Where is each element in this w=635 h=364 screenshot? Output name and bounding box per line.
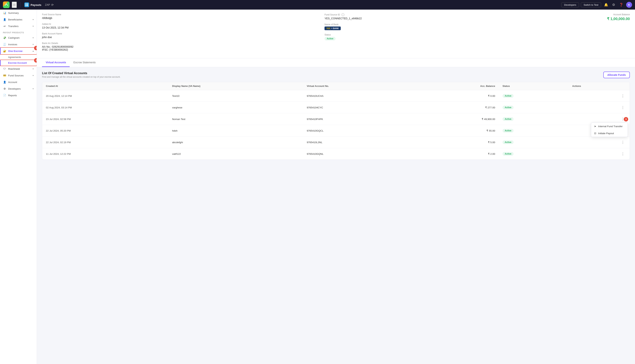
sidebar-item-cashgram[interactable]: 💸 Cashgram ▾ xyxy=(0,34,37,41)
cell-balance: ₹ 0.00 xyxy=(414,90,499,102)
switch-to-test-button[interactable]: Switch to Test xyxy=(581,2,601,7)
cell-actions: ⋮ xyxy=(568,102,630,113)
section-subtitle: Find and manage all the virtual accounts… xyxy=(42,76,120,78)
sidebar-item-developers[interactable]: ⚙ Developers ▾ xyxy=(0,86,37,92)
cell-status: Active xyxy=(499,90,568,102)
main-layout: 📊 Summary 👤 Beneficiaries ▾ ⇌ Transfers … xyxy=(0,10,635,364)
chevron-down-icon: ▾ xyxy=(33,68,34,70)
sidebar-item-invoices[interactable]: 🧾 Invoices ▾ xyxy=(0,41,37,48)
top-bar-actions: Developers Switch to Test 🔔 ⚙ ❓ K xyxy=(561,2,632,8)
cell-created-at: 22 Jul 2024, 05:20 PM xyxy=(42,125,168,136)
chevron-down-icon: ▾ xyxy=(33,25,34,28)
virtual-accounts-table: Created At Display Name (VA Name) Virtua… xyxy=(42,82,630,160)
cell-va-number: 97654104CYC xyxy=(303,102,414,113)
middle-details: Fund Source ID i YES_CONNECTED_1_e84bb22… xyxy=(324,13,602,54)
added-at-field: Added At 13 Oct 2023, 12:34 PM xyxy=(42,23,319,29)
col-balance: Acc. Balance xyxy=(414,82,499,90)
cell-display-name: Test10 xyxy=(168,90,303,102)
table: Created At Display Name (VA Name) Virtua… xyxy=(42,82,630,160)
svg-rect-2 xyxy=(26,5,27,6)
account-balance: ₹ 1,00,000.00 xyxy=(607,16,630,21)
dropdown-item-initiate-payout[interactable]: ⊟ Initiate Payout xyxy=(591,130,628,137)
right-details: Account Balance ₹ 1,00,000.00 xyxy=(607,13,630,54)
row-action-button[interactable]: ⋮ xyxy=(620,93,626,99)
col-va-number: Virtual Account No. xyxy=(303,82,414,90)
invoices-icon: 🧾 xyxy=(3,43,6,46)
tab-virtual-accounts[interactable]: Virtual Accounts xyxy=(42,58,70,67)
beneficiaries-icon: 👤 xyxy=(3,18,6,21)
cell-va-number: 9765410GQCL xyxy=(303,125,414,136)
grid-icon[interactable]: ⊞ xyxy=(12,2,17,8)
help-icon[interactable]: ❓ xyxy=(618,2,624,8)
allocate-funds-button[interactable]: Allocate Funds xyxy=(603,72,630,78)
sidebar-item-transfers[interactable]: ⇌ Transfers ▾ xyxy=(0,23,37,30)
sidebar-sub-item-escrow-wrapper: Escrow Account 2 xyxy=(0,60,37,66)
cell-actions: ⋮ xyxy=(568,90,630,102)
reports-icon: 📄 xyxy=(3,94,6,97)
sidebar-item-oneescrow[interactable]: 🔐 One Escrow ▴ xyxy=(0,48,37,54)
tabs-bar: Virtual Accounts Escrow Statements xyxy=(37,58,635,67)
sidebar-item-account[interactable]: 👤 Account xyxy=(0,79,37,86)
transfers-icon: ⇌ xyxy=(3,25,6,28)
dropdown-item-internal-transfer[interactable]: ➤ Internal Fund Transfer xyxy=(591,123,628,130)
cell-status: Active xyxy=(499,125,568,136)
gear-icon[interactable]: ⚙ xyxy=(611,2,616,8)
developers-button[interactable]: Developers xyxy=(561,2,579,7)
cell-display-name: Noman Test xyxy=(168,113,303,125)
app-layout: ⊞ Payouts ZAP ⟳ Developers Switch to Tes… xyxy=(0,0,635,364)
table-row: 22 Jul 2024, 02:19 PM abcdefghi 9765410L… xyxy=(42,136,630,148)
row-action-button[interactable]: ⋮ xyxy=(620,140,626,145)
cell-status: Active xyxy=(499,136,568,148)
cell-actions: ⋮ xyxy=(568,148,630,160)
cell-created-at: 22 Jul 2024, 02:19 PM xyxy=(42,136,168,148)
info-icon[interactable]: i xyxy=(341,13,344,16)
cell-created-at: 20 Aug 2024, 12:14 PM xyxy=(42,90,168,102)
actions-dropdown-menu: ➤ Internal Fund Transfer ⊟ Initiate Payo… xyxy=(591,122,628,137)
payout-icon: ⊟ xyxy=(594,132,596,135)
cell-created-at: 11 Jul 2024, 12:22 PM xyxy=(42,148,168,160)
row-action-button[interactable]: ⋮ xyxy=(620,105,626,110)
payout-products-label: PAYOUT PRODUCTS xyxy=(0,30,37,34)
bank-account-name-field: Bank Account Name john doe xyxy=(42,32,319,39)
section-header: List Of Created Virtual Accounts Find an… xyxy=(42,72,630,78)
cell-display-name: hdsh xyxy=(168,125,303,136)
sidebar-item-fund-sources[interactable]: 💳 Fund Sources ▾ xyxy=(0,72,37,79)
chevron-down-icon: ▾ xyxy=(33,36,34,39)
name-of-bank-field: Name of Bank YES ✦ BANK xyxy=(324,23,602,30)
col-created-at: Created At xyxy=(42,82,168,90)
svg-rect-1 xyxy=(27,4,28,4)
cell-va-number: 9765410GQNL xyxy=(303,148,414,160)
top-bar: ⊞ Payouts ZAP ⟳ Developers Switch to Tes… xyxy=(0,0,635,10)
cell-balance: ₹ 277.00 xyxy=(414,102,499,113)
table-body: 20 Aug 2024, 12:14 PM Test10 9765410UCHA… xyxy=(42,90,630,160)
cell-status: Active xyxy=(499,102,568,113)
svg-rect-0 xyxy=(26,4,27,4)
sidebar-item-beneficiaries[interactable]: 👤 Beneficiaries ▾ xyxy=(0,16,37,23)
app-logo[interactable] xyxy=(3,2,10,8)
chevron-down-icon: ▾ xyxy=(33,43,34,46)
left-details: Fund Source Name rbfdbdgb Added At 13 Oc… xyxy=(42,13,319,54)
cell-display-name: vatif122 xyxy=(168,148,303,160)
section-title: List Of Created Virtual Accounts xyxy=(42,72,120,75)
sidebar-item-riskshield[interactable]: 🛡 RiskShield ▾ xyxy=(0,66,37,72)
table-row: 23 Jul 2024, 02:58 PM Noman Test 9765410… xyxy=(42,113,630,125)
cell-status: Active xyxy=(499,113,568,125)
sidebar-sub-item-agreements[interactable]: Agreements xyxy=(0,54,37,60)
product-name: Payouts xyxy=(31,3,41,6)
row-action-button[interactable]: ⋮ xyxy=(620,151,626,156)
cell-va-number: 9765410FHPK xyxy=(303,113,414,125)
summary-icon: 📊 xyxy=(3,12,6,14)
oneescrow-icon: 🔐 xyxy=(3,50,6,52)
step-badge-3: 3 xyxy=(624,117,628,122)
fund-source-detail: Fund Source Name rbfdbdgb Added At 13 Oc… xyxy=(37,10,635,58)
sidebar-item-summary[interactable]: 📊 Summary xyxy=(0,10,37,16)
tab-escrow-statements[interactable]: Escrow Statements xyxy=(70,58,99,67)
bell-icon[interactable]: 🔔 xyxy=(603,2,609,8)
sidebar-item-reports[interactable]: 📄 Reports xyxy=(0,92,37,99)
table-row: 11 Jul 2024, 12:22 PM vatif122 9765410GQ… xyxy=(42,148,630,160)
user-avatar[interactable]: K xyxy=(626,2,632,8)
cashgram-icon: 💸 xyxy=(3,36,6,39)
bank-logo: YES ✦ BANK xyxy=(324,26,341,30)
product-icon xyxy=(24,2,29,7)
sidebar-sub-item-escrow-account[interactable]: Escrow Account xyxy=(0,60,37,66)
